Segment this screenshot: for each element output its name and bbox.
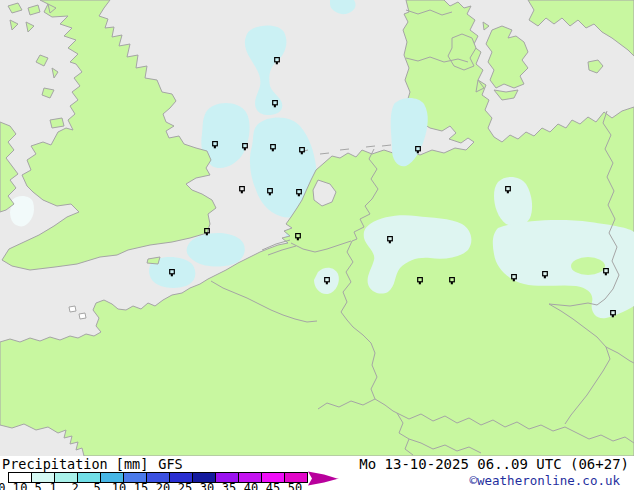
map-title: Precipitation [mm]GFS (2, 457, 183, 471)
scale-label: 20 (156, 481, 170, 490)
scale-label: 35 (222, 481, 236, 490)
precip-color-scale (9, 472, 308, 481)
scale-label: 25 (178, 481, 192, 490)
weather-map-page: Precipitation [mm]GFS 0.10.5125101520253… (0, 0, 634, 490)
scale-label: 45 (266, 481, 280, 490)
forecast-datetime: Mo 13-10-2025 06..09 UTC (06+27) (359, 457, 629, 472)
channel-island (79, 313, 86, 319)
scale-label: 1 (49, 481, 56, 490)
scale-label: 5 (93, 481, 100, 490)
precip-hole-green (571, 257, 605, 275)
scale-label: 15 (134, 481, 148, 490)
precipitation-map (0, 0, 634, 456)
scale-label: 40 (244, 481, 258, 490)
scale-label: 0.5 (20, 481, 42, 490)
product-label: Precipitation (2, 456, 108, 472)
channel-island (69, 306, 76, 312)
scale-label: 30 (200, 481, 214, 490)
legend-bar: Precipitation [mm]GFS 0.10.5125101520253… (0, 456, 634, 490)
scale-label: 10 (112, 481, 126, 490)
scale-label: 50 (288, 481, 302, 490)
scale-label: 0.1 (0, 481, 20, 490)
anglesey-island (50, 118, 64, 128)
model-label: GFS (158, 456, 182, 472)
scale-arrow-icon (308, 471, 340, 486)
copyright-text: ©weatheronline.co.uk (469, 473, 620, 488)
unit-label: [mm] (116, 456, 149, 472)
scale-label: 2 (71, 481, 78, 490)
